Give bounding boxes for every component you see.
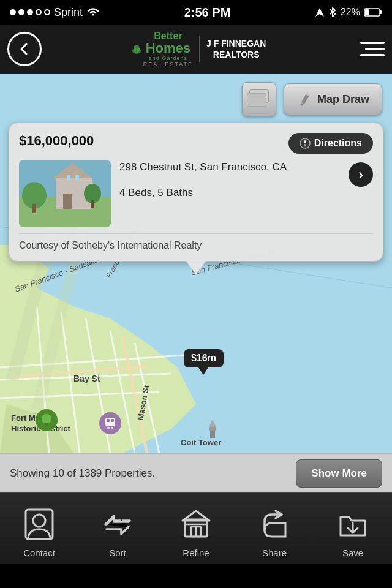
- menu-button[interactable]: [355, 34, 385, 64]
- map-area[interactable]: San Francisco - Sausalito Francisco - Al…: [0, 74, 392, 453]
- transit-icon: [99, 412, 121, 434]
- svg-rect-50: [75, 175, 79, 180]
- property-thumbnail: [19, 160, 111, 227]
- battery-icon: [364, 7, 382, 17]
- tree-icon: [40, 413, 53, 427]
- status-bar: Sprint 2:56 PM 22%: [0, 0, 392, 24]
- svg-rect-30: [111, 427, 113, 429]
- layers-icon: [247, 89, 271, 109]
- location-icon: [315, 7, 325, 17]
- refine-tab-label: Refine: [183, 548, 209, 558]
- map-draw-button[interactable]: Map Draw: [284, 83, 382, 115]
- popup-main-content: 298 Chestnut St, San Francisco, CA › 4 B…: [19, 160, 373, 227]
- wifi-icon: [86, 7, 100, 17]
- property-popup: $16,000,000 Directions: [9, 123, 383, 262]
- property-image: [19, 160, 111, 227]
- agent-name: J F FINNEGAN REALTORS: [206, 38, 266, 60]
- svg-rect-46: [32, 204, 36, 213]
- dot-1: [10, 9, 16, 15]
- signal-dots: [10, 9, 50, 15]
- status-right: 22%: [315, 7, 382, 18]
- pin-price-label: $16m: [184, 349, 224, 368]
- dot-2: [18, 9, 24, 15]
- tab-refine[interactable]: Refine: [157, 505, 235, 558]
- directions-button[interactable]: Directions: [288, 133, 373, 154]
- refine-svg: [180, 508, 212, 540]
- svg-rect-27: [107, 419, 110, 422]
- time-display: 2:56 PM: [184, 6, 231, 20]
- pin-arrow: [198, 368, 208, 375]
- svg-rect-2: [380, 10, 382, 14]
- compass-icon: [300, 138, 311, 149]
- svg-point-24: [42, 414, 51, 424]
- status-left: Sprint: [10, 6, 100, 19]
- directions-label: Directions: [314, 138, 362, 149]
- logo-gardens: and Gardens: [143, 55, 193, 61]
- contact-icon: [20, 505, 59, 544]
- fort-mason-icon: [36, 409, 58, 431]
- share-icon: [255, 505, 294, 544]
- dot-3: [27, 9, 33, 15]
- tab-bar: Contact Sort: [0, 492, 392, 564]
- show-more-label: Show More: [311, 467, 367, 479]
- sort-svg: [102, 508, 134, 540]
- share-tab-label: Share: [262, 548, 287, 558]
- property-nav-button[interactable]: ›: [349, 162, 373, 187]
- property-beds: 4 Beds, 5 Baths: [119, 187, 373, 199]
- back-button[interactable]: [7, 32, 42, 66]
- back-arrow-icon: [17, 42, 32, 56]
- map-label-bay-st: Bay St: [74, 374, 100, 383]
- sort-icon: [98, 505, 137, 544]
- battery-label: 22%: [341, 7, 360, 18]
- svg-point-52: [33, 514, 45, 527]
- property-courtesy: Courtesy of Sotheby's International Real…: [19, 233, 373, 251]
- tab-sort[interactable]: Sort: [78, 505, 157, 558]
- svg-rect-49: [67, 175, 70, 180]
- layer-card-front: [247, 93, 266, 107]
- brand-logo: Better Homes and Gardens REAL ESTATE J F…: [131, 31, 266, 67]
- show-more-button[interactable]: Show More: [296, 459, 382, 488]
- sort-tab-label: Sort: [109, 548, 126, 558]
- svg-rect-44: [63, 194, 72, 209]
- tab-contact[interactable]: Contact: [0, 505, 78, 558]
- menu-line-3: [360, 54, 385, 56]
- map-draw-label: Map Draw: [317, 93, 369, 106]
- logo-homes: Homes: [143, 42, 193, 55]
- svg-marker-39: [304, 143, 306, 148]
- popup-details: 298 Chestnut St, San Francisco, CA › 4 B…: [119, 160, 373, 199]
- chevron-right-icon: ›: [358, 167, 363, 182]
- save-tab-label: Save: [342, 548, 363, 558]
- svg-rect-28: [111, 419, 114, 422]
- carrier-label: Sprint: [54, 6, 83, 19]
- layers-button[interactable]: [242, 82, 276, 116]
- save-icon: [333, 505, 372, 544]
- contact-tab-label: Contact: [23, 548, 55, 558]
- bluetooth-icon: [328, 7, 337, 18]
- svg-rect-32: [209, 427, 216, 431]
- pencil-icon: [296, 91, 312, 107]
- tab-save[interactable]: Save: [314, 505, 392, 558]
- tower-svg: [205, 420, 220, 439]
- svg-rect-3: [365, 9, 369, 15]
- menu-line-1: [360, 42, 385, 44]
- map-controls: Map Draw: [0, 82, 392, 116]
- popup-top-row: $16,000,000 Directions: [19, 133, 373, 154]
- coit-tower-icon: [205, 420, 220, 442]
- dot-4: [36, 9, 42, 15]
- save-svg: [337, 508, 369, 540]
- contact-svg: [23, 508, 55, 540]
- svg-rect-29: [107, 427, 110, 429]
- svg-rect-48: [91, 200, 94, 208]
- svg-marker-0: [315, 8, 324, 17]
- logo-divider: [199, 36, 200, 62]
- menu-line-2: [365, 48, 385, 50]
- map-pin[interactable]: $16m: [184, 349, 224, 375]
- property-price: $16,000,000: [19, 133, 94, 149]
- nav-bar: Better Homes and Gardens REAL ESTATE J F…: [0, 24, 392, 74]
- showing-bar: Showing 10 of 1389 Properties. Show More: [0, 453, 392, 492]
- property-address: 298 Chestnut St, San Francisco, CA: [119, 160, 287, 175]
- svg-rect-31: [210, 429, 215, 438]
- showing-text: Showing 10 of 1389 Properties.: [10, 467, 155, 480]
- tab-share[interactable]: Share: [235, 505, 314, 558]
- logo-realestate: REAL ESTATE: [143, 61, 193, 67]
